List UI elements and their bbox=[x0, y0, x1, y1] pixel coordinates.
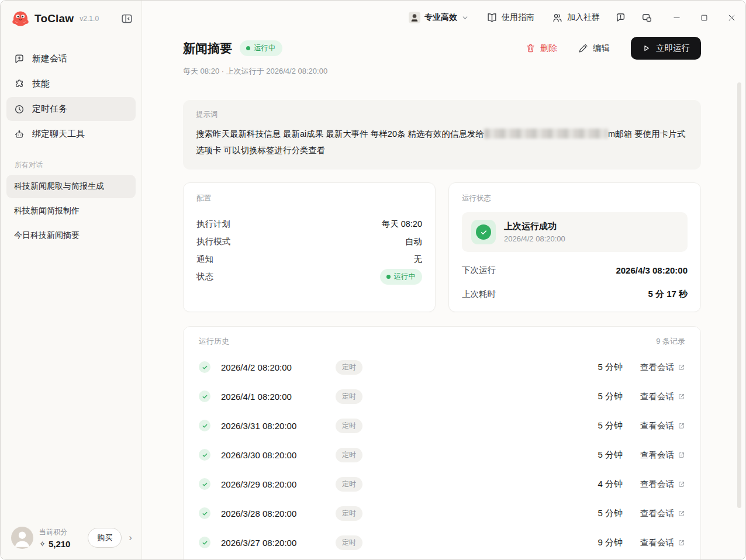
schedule-tag: 定时 bbox=[336, 535, 362, 550]
check-icon bbox=[199, 537, 210, 548]
history-row: 2026/3/31 08:20:00 定时 5 分钟 查看会话 bbox=[199, 411, 685, 440]
vertical-scrollbar[interactable] bbox=[737, 82, 741, 508]
buy-button[interactable]: 购买 bbox=[88, 528, 122, 548]
sidebar-collapse-button[interactable] bbox=[120, 12, 133, 25]
view-session-link[interactable]: 查看会话 bbox=[640, 508, 685, 519]
external-link-icon bbox=[678, 393, 685, 400]
sidebar-footer[interactable]: 当前积分 ✧ 5,210 购买 › bbox=[1, 517, 141, 559]
check-icon bbox=[199, 478, 210, 490]
people-icon bbox=[552, 12, 563, 23]
minimize-button[interactable] bbox=[663, 6, 690, 29]
chat-plus-icon bbox=[14, 54, 25, 64]
close-button[interactable] bbox=[718, 6, 745, 29]
history-row: 2026/3/26 08:20:00 定时 1 分钟 查看会话 bbox=[199, 557, 685, 559]
community-label: 加入社群 bbox=[567, 12, 600, 23]
external-link-icon bbox=[678, 364, 685, 371]
conversation-item[interactable]: 科技新闻爬取与简报生成 bbox=[6, 175, 136, 198]
page-title: 新闻摘要 bbox=[183, 40, 232, 57]
external-link-icon bbox=[678, 451, 685, 459]
sidebar-item-label: 新建会话 bbox=[32, 53, 67, 64]
guide-button[interactable]: 使用指南 bbox=[486, 12, 534, 23]
status-badge: 运行中 bbox=[240, 40, 282, 56]
conversations-section-label: 所有对话 bbox=[1, 147, 141, 175]
plan-avatar bbox=[409, 12, 420, 23]
sidebar-item-label: 技能 bbox=[32, 78, 50, 89]
points-block: 当前积分 ✧ 5,210 bbox=[39, 527, 70, 549]
schedule-subtitle: 每天 08:20 · 上次运行于 2026/4/2 08:20:00 bbox=[183, 66, 701, 77]
points-value: 5,210 bbox=[49, 539, 71, 549]
schedule-tag: 定时 bbox=[336, 360, 362, 375]
plan-switcher[interactable]: 专业高效 bbox=[409, 12, 469, 23]
schedule-tag: 定时 bbox=[336, 448, 362, 462]
history-row: 2026/3/27 08:20:00 定时 9 分钟 查看会话 bbox=[199, 528, 685, 557]
config-status-badge: 运行中 bbox=[380, 269, 423, 285]
config-row-notify: 通知 无 bbox=[196, 250, 422, 268]
run-history-card: 运行历史 9 条记录 2026/4/2 08:20:00 定时 5 分钟 查看会… bbox=[183, 326, 701, 559]
robot-icon bbox=[14, 129, 25, 140]
puzzle-icon bbox=[14, 79, 25, 89]
feedback-button[interactable] bbox=[615, 12, 626, 23]
view-session-link[interactable]: 查看会话 bbox=[640, 420, 685, 431]
app-name: ToClaw bbox=[34, 12, 74, 25]
conversation-item[interactable]: 科技新闻简报制作 bbox=[6, 199, 136, 223]
prompt-card: 提示词 搜索昨天最新科技信息 最新ai成果 最新大事件 每样20条 精选有效的信… bbox=[183, 100, 701, 170]
toclaw-logo-icon bbox=[11, 9, 30, 28]
check-icon bbox=[199, 449, 210, 461]
external-link-icon bbox=[678, 539, 685, 547]
chevron-right-icon[interactable]: › bbox=[127, 532, 133, 544]
external-link-icon bbox=[678, 481, 685, 488]
view-session-link[interactable]: 查看会话 bbox=[640, 479, 685, 490]
schedule-tag: 定时 bbox=[336, 477, 362, 492]
history-row: 2026/4/1 08:20:00 定时 5 分钟 查看会话 bbox=[199, 382, 685, 411]
edit-button[interactable]: 编辑 bbox=[578, 43, 610, 54]
history-title: 运行历史 bbox=[199, 336, 229, 347]
mini-window-button[interactable] bbox=[641, 12, 652, 23]
view-session-link[interactable]: 查看会话 bbox=[640, 391, 685, 402]
next-run-row: 下次运行 2026/4/3 08:20:00 bbox=[462, 265, 688, 276]
green-dot-icon bbox=[386, 275, 391, 279]
chevron-down-icon bbox=[461, 14, 469, 22]
history-rows: 2026/4/2 08:20:00 定时 5 分钟 查看会话 2026/4/1 … bbox=[199, 352, 685, 559]
window-controls bbox=[663, 6, 745, 29]
check-icon bbox=[199, 361, 210, 373]
config-row-schedule: 执行计划 每天 08:20 bbox=[196, 215, 422, 233]
external-link-icon bbox=[678, 422, 685, 430]
last-run-box: 上次运行成功 2026/4/2 08:20:00 bbox=[462, 212, 688, 252]
config-card: 配置 执行计划 每天 08:20 执行模式 自动 通知 无 bbox=[183, 182, 436, 312]
run-now-button[interactable]: 立即运行 bbox=[631, 37, 701, 60]
maximize-button[interactable] bbox=[690, 6, 718, 29]
view-session-link[interactable]: 查看会话 bbox=[640, 450, 685, 461]
titlebar: 专业高效 使用指南 加入社群 bbox=[142, 1, 745, 34]
delete-button[interactable]: 删除 bbox=[526, 43, 557, 54]
redacted-email bbox=[484, 129, 608, 139]
view-session-link[interactable]: 查看会话 bbox=[640, 362, 685, 373]
sidebar-item-label: 绑定聊天工具 bbox=[32, 129, 85, 140]
schedule-tag: 定时 bbox=[336, 389, 362, 404]
conversation-item[interactable]: 今日科技新闻摘要 bbox=[6, 224, 136, 247]
config-title: 配置 bbox=[196, 193, 422, 203]
user-avatar bbox=[11, 527, 33, 549]
schedule-tag: 定时 bbox=[336, 419, 362, 433]
trash-icon bbox=[526, 43, 536, 53]
sidebar-item-scheduled-tasks[interactable]: 定时任务 bbox=[6, 97, 136, 121]
run-status-title: 运行状态 bbox=[462, 193, 688, 203]
success-icon-wrap bbox=[471, 220, 496, 244]
run-status-card: 运行状态 上次运行成功 2026/4/2 08:20:00 bbox=[448, 182, 701, 312]
config-row-status: 状态 运行中 bbox=[196, 268, 422, 285]
community-button[interactable]: 加入社群 bbox=[552, 12, 600, 23]
sidebar-item-bind-chat-tools[interactable]: 绑定聊天工具 bbox=[6, 122, 136, 146]
guide-label: 使用指南 bbox=[502, 12, 534, 23]
points-label: 当前积分 bbox=[39, 527, 70, 537]
clock-icon bbox=[14, 104, 25, 115]
sidebar-menu: 新建会话 技能 定时任务 绑定聊天工具 bbox=[1, 40, 141, 147]
sidebar-item-label: 定时任务 bbox=[32, 103, 67, 115]
sidebar: ToClaw v2.1.0 新建会话 技能 定时任务 绑定聊天工具 bbox=[1, 1, 142, 559]
sidebar-item-skills[interactable]: 技能 bbox=[6, 72, 136, 96]
sidebar-item-new-chat[interactable]: 新建会话 bbox=[6, 47, 136, 71]
last-run-time: 2026/4/2 08:20:00 bbox=[504, 234, 565, 243]
view-session-link[interactable]: 查看会话 bbox=[640, 537, 685, 548]
last-run-title: 上次运行成功 bbox=[504, 221, 565, 232]
play-icon bbox=[642, 44, 651, 53]
sparkle-icon: ✧ bbox=[39, 540, 46, 548]
pencil-icon bbox=[578, 43, 588, 53]
